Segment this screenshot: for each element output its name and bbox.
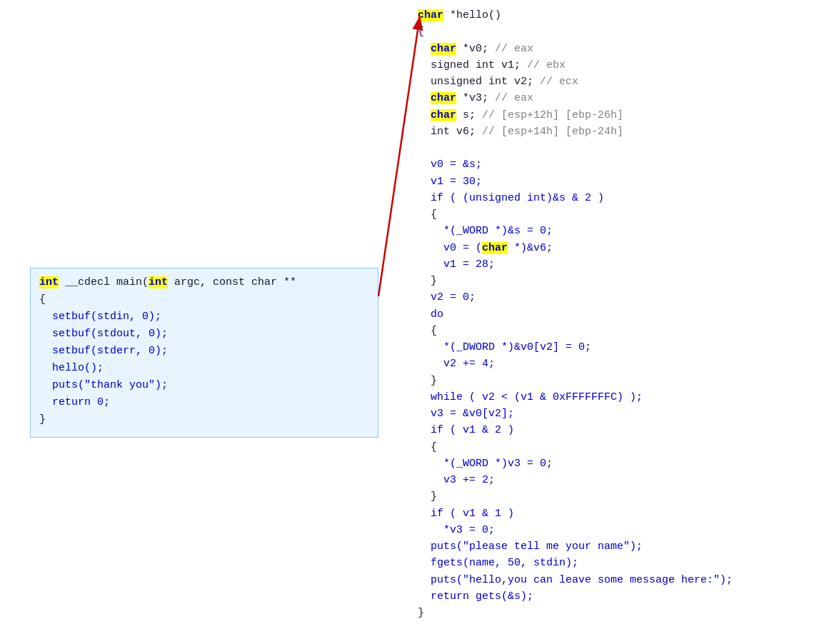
code-line-35: puts("hello,you can leave some message h… xyxy=(418,572,818,588)
code-line-23: } xyxy=(418,373,818,389)
code-line-37: } xyxy=(418,605,818,621)
code-line-18: v2 = 0; xyxy=(418,289,818,306)
code-line-15: v0 = (char *)&v6; xyxy=(418,240,818,256)
popup-line-6: hello(); xyxy=(39,360,369,377)
code-line-14: *(_WORD *)&s = 0; xyxy=(418,223,818,239)
popup-line-8: return 0; xyxy=(39,394,369,411)
main-code-block: char *hello() { char *v0; // eax signed … xyxy=(418,7,818,621)
code-line-13: { xyxy=(418,206,818,223)
code-line-11: v1 = 30; xyxy=(418,173,818,190)
code-line-7: char s; // [esp+12h] [ebp-26h] xyxy=(418,107,818,124)
code-line-36: return gets(&s); xyxy=(418,588,818,605)
code-line-17: } xyxy=(418,273,818,289)
code-line-34: fgets(name, 50, stdin); xyxy=(418,555,818,571)
popup-line-4: setbuf(stdout, 0); xyxy=(39,326,369,343)
popup-line-3: setbuf(stdin, 0); xyxy=(39,308,369,326)
code-line-9 xyxy=(418,140,818,156)
code-line-24: while ( v2 < (v1 & 0xFFFFFFFC) ); xyxy=(418,389,818,406)
code-line-1: char *hello() xyxy=(418,7,818,24)
code-line-25: v3 = &v0[v2]; xyxy=(418,406,818,422)
code-line-26: if ( v1 & 2 ) xyxy=(418,422,818,438)
code-line-22: v2 += 4; xyxy=(418,356,818,372)
arrow-line xyxy=(378,16,420,296)
popup-line-1: int __cdecl main(int argc, const char ** xyxy=(39,274,369,291)
popup-line-2: { xyxy=(39,291,369,308)
code-line-21: *(_DWORD *)&v0[v2] = 0; xyxy=(418,339,818,356)
code-line-28: *(_WORD *)v3 = 0; xyxy=(418,456,818,472)
code-line-31: if ( v1 & 1 ) xyxy=(418,505,818,522)
code-line-5: unsigned int v2; // ecx xyxy=(418,74,818,90)
code-line-32: *v3 = 0; xyxy=(418,522,818,538)
code-line-20: { xyxy=(418,323,818,339)
popup-line-7: puts("thank you"); xyxy=(39,377,369,394)
code-line-33: puts("please tell me your name"); xyxy=(418,538,818,555)
popup-main-function: int __cdecl main(int argc, const char **… xyxy=(30,268,378,438)
code-line-30: } xyxy=(418,488,818,505)
code-line-27: { xyxy=(418,439,818,456)
code-line-8: int v6; // [esp+14h] [ebp-24h] xyxy=(418,124,818,140)
code-line-19: do xyxy=(418,306,818,323)
code-line-4: signed int v1; // ebx xyxy=(418,57,818,74)
popup-line-5: setbuf(stderr, 0); xyxy=(39,343,369,360)
code-line-29: v3 += 2; xyxy=(418,472,818,488)
code-line-16: v1 = 28; xyxy=(418,256,818,273)
code-line-6: char *v3; // eax xyxy=(418,90,818,106)
code-line-10: v0 = &s; xyxy=(418,156,818,173)
popup-line-9: } xyxy=(39,411,369,428)
code-line-3: char *v0; // eax xyxy=(418,41,818,57)
code-line-2: { xyxy=(418,24,818,40)
code-line-12: if ( (unsigned int)&s & 2 ) xyxy=(418,190,818,206)
